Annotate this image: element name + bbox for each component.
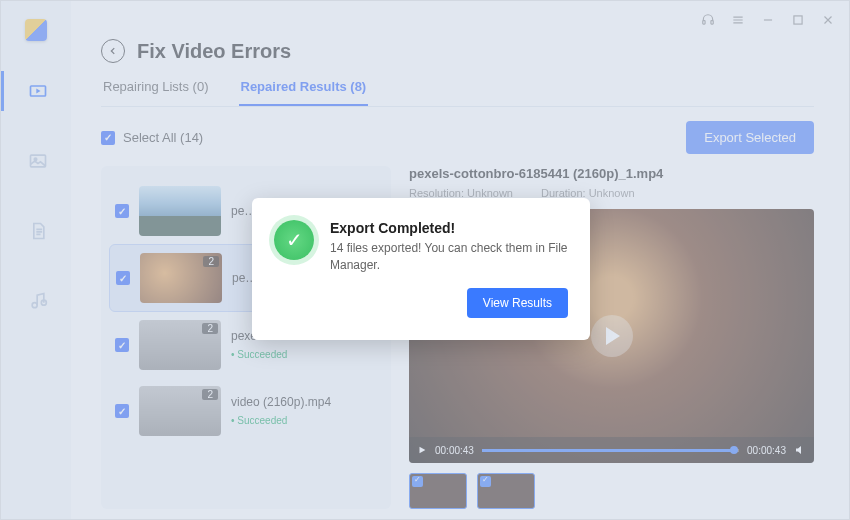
modal-title: Export Completed! (330, 220, 568, 236)
export-complete-dialog: ✓ Export Completed! 14 files exported! Y… (252, 198, 590, 340)
success-check-icon: ✓ (274, 220, 314, 260)
modal-message: 14 files exported! You can check them in… (330, 240, 568, 274)
view-results-button[interactable]: View Results (467, 288, 568, 318)
